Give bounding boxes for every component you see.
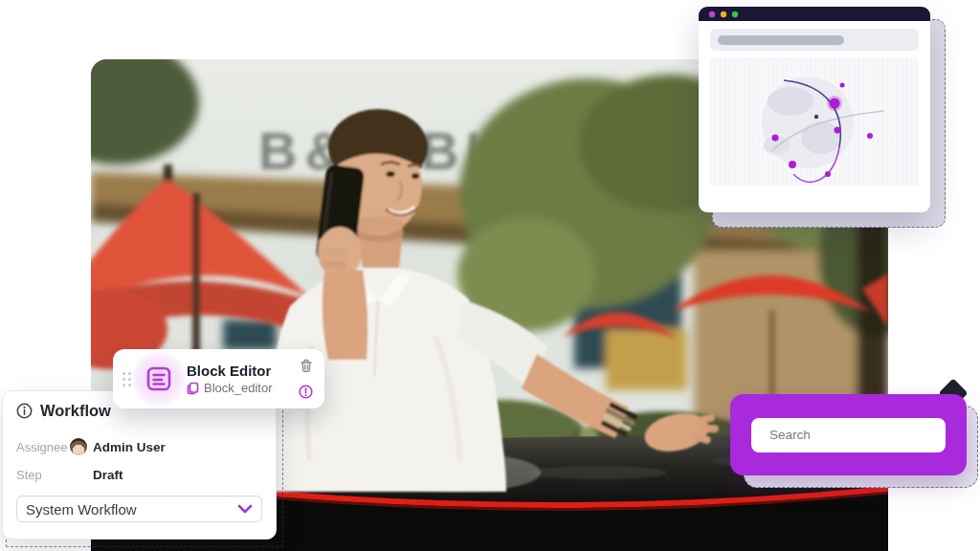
assignee-avatar [70,438,87,455]
globe-icon [710,57,919,186]
workflow-title: Workflow [40,402,111,420]
search-card [730,394,967,475]
drag-handle-icon[interactable] [122,372,131,386]
block-editor-title: Block Editor [187,363,273,379]
step-value: Draft [93,468,123,482]
block-editor-reference: Block_editor [204,381,273,395]
search-input[interactable] [769,428,939,442]
globe-illustration-panel [710,57,919,186]
browser-titlebar [699,7,930,21]
stage: B&B BUTCH [0,0,980,551]
workflow-select[interactable]: System Workflow [16,496,262,522]
page-copy-icon [187,382,199,395]
chevron-down-icon [237,504,253,514]
info-icon [16,403,33,419]
assignee-label: Assignee [16,440,70,454]
browser-window [699,7,930,212]
step-label: Step [16,468,70,482]
address-pill [718,35,844,45]
search-box[interactable] [751,418,946,452]
assignee-value: Admin User [93,440,166,454]
trash-icon[interactable] [300,359,313,373]
alert-circle-icon[interactable] [299,385,313,399]
browser-address-bar[interactable] [710,29,919,51]
workflow-card: Workflow Assignee Admin User Step Draft … [2,390,277,540]
block-editor-icon [145,364,173,393]
block-editor-tile [140,360,178,398]
block-editor-card[interactable]: Block Editor Block_editor [113,349,324,408]
window-dots-icon [708,11,741,18]
workflow-select-value: System Workflow [26,501,137,518]
